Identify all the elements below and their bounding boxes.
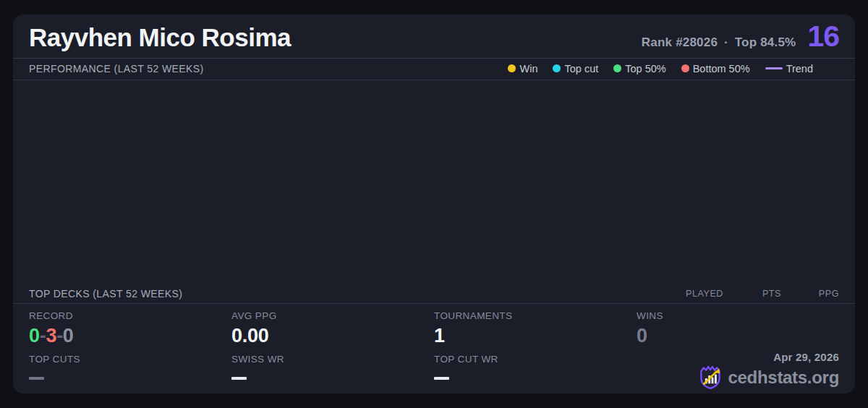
bottom50-dot-icon (681, 64, 689, 72)
player-score: 16 (807, 22, 839, 51)
column-header-pts: PTS (723, 289, 781, 299)
stat-wins: WINS 0 (637, 310, 839, 354)
brand-row: cedhstats.org (698, 365, 839, 390)
stat-label: WINS (637, 310, 839, 323)
topcut-dot-icon (553, 64, 561, 72)
top-decks-section-title: TOP DECKS (LAST 52 WEEKS) (29, 288, 182, 299)
chart-legend: Win Top cut Top 50% Bottom 50% Trend (508, 63, 813, 75)
stat-label: SWISS WR (231, 354, 434, 366)
stat-label: TOURNAMENTS (434, 310, 637, 323)
brand-name: cedhstats.org (728, 367, 839, 388)
tournaments-value: 1 (434, 326, 637, 347)
swiss-wr-empty-dash (231, 377, 247, 381)
legend-label: Win (519, 63, 537, 75)
wins-value: 0 (637, 326, 839, 347)
player-stats-card: Rayvhen Mico Rosima Rank #28026 · Top 84… (13, 14, 855, 394)
top50-dot-icon (613, 64, 621, 72)
legend-label: Bottom 50% (693, 63, 750, 75)
player-name: Rayvhen Mico Rosima (29, 22, 642, 54)
top-decks-columns: PLAYED PTS PPG (680, 289, 839, 299)
top-decks-header-row: TOP DECKS (LAST 52 WEEKS) PLAYED PTS PPG (13, 285, 855, 304)
legend-item-win: Win (508, 63, 537, 75)
stat-tournaments: TOURNAMENTS 1 (434, 310, 637, 354)
stat-avg-ppg: AVG PPG 0.00 (231, 310, 434, 354)
stat-top-cut-wr: TOP CUT WR (434, 354, 637, 387)
stat-label: RECORD (29, 310, 231, 323)
stat-label: TOP CUTS (29, 354, 231, 366)
stat-top-cuts: TOP CUTS (29, 354, 231, 387)
rank-group: Rank #28026 · Top 84.5% 16 (642, 22, 839, 51)
record-separator: - (56, 325, 63, 347)
stat-swiss-wr: SWISS WR (231, 354, 434, 387)
top-cuts-empty-dash (29, 377, 44, 381)
record-draws: 0 (63, 325, 74, 347)
legend-label: Trend (786, 63, 813, 75)
trend-line-icon (765, 67, 783, 69)
column-header-played: PLAYED (680, 289, 723, 299)
footer: Apr 29, 2026 cedhstats.org (698, 351, 839, 390)
performance-chart (13, 80, 855, 285)
top-percent-text: Top 84.5% (735, 35, 796, 50)
record-losses: 3 (46, 325, 56, 347)
performance-header-row: PERFORMANCE (LAST 52 WEEKS) Win Top cut … (13, 59, 855, 80)
stat-record: RECORD 0-3-0 (29, 310, 231, 354)
column-header-ppg: PPG (781, 289, 839, 299)
record-wins: 0 (29, 325, 40, 347)
legend-item-topcut: Top cut (553, 63, 598, 75)
legend-label: Top cut (564, 63, 598, 75)
legend-label: Top 50% (625, 63, 665, 75)
legend-item-top50: Top 50% (613, 63, 665, 75)
rank-separator: · (724, 35, 728, 50)
legend-item-bottom50: Bottom 50% (681, 63, 750, 75)
record-value: 0-3-0 (29, 326, 231, 347)
rank-text: Rank #28026 (642, 35, 718, 50)
top-cut-wr-empty-dash (434, 377, 449, 381)
cedhstats-shield-logo-icon (698, 365, 723, 390)
footer-date: Apr 29, 2026 (773, 351, 839, 363)
performance-section-title: PERFORMANCE (LAST 52 WEEKS) (29, 63, 204, 75)
win-dot-icon (508, 64, 516, 72)
legend-item-trend: Trend (765, 63, 813, 75)
stat-label: TOP CUT WR (434, 354, 637, 366)
stat-label: AVG PPG (231, 310, 434, 323)
card-header: Rayvhen Mico Rosima Rank #28026 · Top 84… (13, 14, 855, 59)
avg-ppg-value: 0.00 (231, 326, 434, 347)
